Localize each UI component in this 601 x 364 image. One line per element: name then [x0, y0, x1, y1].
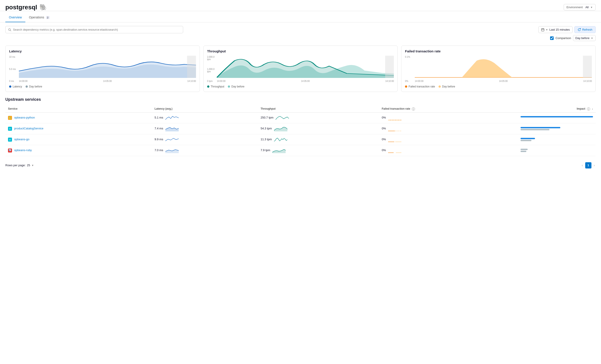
- legend-dot-day-before: [26, 86, 28, 88]
- refresh-button[interactable]: Refresh: [574, 26, 596, 33]
- comparison-bar: Comparison Day before ▼: [0, 35, 601, 44]
- latency-chart-card: Latency 10 ms 5.0 ms 0 ms: [5, 46, 200, 92]
- failed-rate-svg: [415, 56, 592, 78]
- impact-cell-go: [518, 134, 596, 145]
- tabs-bar: Overview Operations β: [0, 13, 601, 22]
- impact-primary-catalog: [521, 127, 561, 128]
- failed-rate-minichart-python: [388, 115, 401, 121]
- comparison-checkbox[interactable]: [550, 36, 554, 40]
- throughput-minichart-go: [274, 137, 287, 142]
- page-header: postgresql 🐘 Environment All ▼: [0, 0, 601, 11]
- latency-minichart-go: [165, 137, 179, 142]
- search-input[interactable]: [13, 28, 180, 31]
- table-header-row: Service Latency (avg.) Throughput Failed…: [5, 105, 596, 112]
- throughput-value-python: 250.7 tpm: [260, 116, 273, 119]
- go-icon-catalog: ∞: [8, 127, 12, 131]
- throughput-cell-catalog: 54.3 tpm: [258, 123, 379, 134]
- throughput-cell-python: 250.7 tpm: [258, 112, 379, 123]
- prev-page-button[interactable]: ‹: [581, 163, 584, 167]
- svg-line-1: [10, 30, 11, 31]
- latency-chart-area: 10 ms 5.0 ms 0 ms 14:00:00 14:05:0: [9, 56, 196, 82]
- legend-day-before-latency: Day before: [26, 85, 42, 88]
- legend-dot-day-before-tput: [228, 86, 230, 88]
- failed-rate-chart-area: 0.1% 0% 14:00:00 14:05:00 14:10:00: [405, 56, 592, 82]
- service-cell-catalog: ∞ productCatalogService: [5, 123, 152, 134]
- tab-overview[interactable]: Overview: [5, 13, 25, 22]
- latency-cell-ruby: 7.0 ms: [152, 145, 258, 156]
- legend-dot-throughput: [207, 86, 209, 88]
- failed-rate-info-icon: i: [412, 107, 415, 111]
- table-row: ∞ productCatalogService 7.4 ms 54.3 tpm: [5, 123, 596, 134]
- service-link-catalog[interactable]: productCatalogService: [14, 127, 44, 130]
- impact-cell-catalog: [518, 123, 596, 134]
- calendar-icon: [541, 28, 544, 31]
- impact-info-icon: i: [587, 107, 590, 111]
- rows-per-page-selector[interactable]: Rows per page: 25 ▼: [5, 163, 34, 167]
- env-value: All: [585, 6, 589, 9]
- throughput-minichart-python: [276, 115, 289, 121]
- legend-failed-rate: Failed transaction rate: [405, 85, 435, 88]
- failed-rate-chart-card: Failed transaction rate 0.1% 0% 14:00:00…: [401, 46, 596, 92]
- service-cell-ruby: 💎 opbeans-ruby: [5, 145, 152, 156]
- throughput-chart-area: 2,000.0 tpm 1,000.0 tpm 0 tpm 14:00:00 1…: [207, 56, 394, 82]
- refresh-icon: [578, 28, 581, 31]
- impact-secondary-catalog: [521, 129, 550, 130]
- time-picker[interactable]: ▼ Last 15 minutes: [538, 26, 573, 33]
- environment-selector[interactable]: Environment All ▼: [564, 4, 596, 10]
- throughput-x-labels: 14:00:00 14:05:00 14:10:00: [217, 80, 394, 82]
- comparison-select[interactable]: Day before ▼: [573, 35, 596, 41]
- operations-badge: β: [46, 16, 50, 19]
- service-link-python[interactable]: opbeans-python: [14, 116, 35, 119]
- legend-dot-failed-rate: [405, 86, 407, 88]
- col-impact: Impact i ↓: [518, 105, 596, 112]
- page-1-button[interactable]: 1: [585, 162, 591, 168]
- impact-primary-go: [521, 138, 535, 139]
- latency-value-ruby: 7.0 ms: [154, 148, 163, 152]
- failed-rate-minichart-ruby: [388, 148, 401, 153]
- service-link-go[interactable]: opbeans-go: [14, 138, 30, 141]
- failed-rate-value-go: 0%: [382, 138, 386, 141]
- time-chevron-icon: ▼: [546, 29, 548, 31]
- search-icon: [8, 28, 11, 31]
- postgres-icon: 🐘: [39, 4, 47, 11]
- legend-day-before-failed: Day before: [439, 85, 455, 88]
- go-icon: ∞: [8, 138, 12, 142]
- toolbar: ▼ Last 15 minutes Refresh: [0, 22, 601, 35]
- latency-value-python: 5.1 ms: [154, 116, 163, 119]
- rows-per-page-value: 25: [27, 163, 30, 167]
- failed-rate-minichart-go: [388, 137, 401, 142]
- env-label: Environment: [567, 6, 583, 9]
- impact-cell-ruby: [518, 145, 596, 156]
- ruby-icon: 💎: [8, 148, 12, 153]
- rows-per-page-label: Rows per page:: [5, 163, 26, 167]
- impact-cell-python: [518, 112, 596, 123]
- legend-dot-day-before-failed: [439, 86, 441, 88]
- search-bar[interactable]: [5, 26, 183, 33]
- latency-cell-catalog: 7.4 ms: [152, 123, 258, 134]
- next-page-button[interactable]: ›: [593, 163, 596, 167]
- service-cell-go: ∞ opbeans-go: [5, 134, 152, 145]
- impact-bar-catalog: [521, 127, 593, 130]
- tab-operations[interactable]: Operations β: [25, 13, 53, 22]
- throughput-minichart-catalog: [274, 126, 287, 131]
- service-link-ruby[interactable]: opbeans-ruby: [14, 148, 32, 152]
- comparison-value: Day before: [575, 36, 590, 40]
- failed-rate-legend: Failed transaction rate Day before: [405, 85, 592, 88]
- upstream-services-title: Upstream services: [5, 97, 596, 102]
- table-header: Service Latency (avg.) Throughput Failed…: [5, 105, 596, 112]
- col-throughput: Throughput: [258, 105, 379, 112]
- svg-rect-9: [583, 56, 592, 78]
- failed-rate-value-ruby: 0%: [382, 148, 386, 152]
- app-title: postgresql: [5, 4, 37, 11]
- failed-rate-cell-ruby: 0%: [379, 145, 518, 156]
- impact-bar-python: [521, 116, 593, 119]
- svg-rect-7: [385, 56, 394, 78]
- upstream-services-table: Service Latency (avg.) Throughput Failed…: [5, 105, 596, 156]
- throughput-value-ruby: 7.9 tpm: [260, 148, 270, 152]
- throughput-value-catalog: 54.3 tpm: [260, 127, 272, 130]
- table-row: ∞ opbeans-go 9.9 ms 11.3 tpm 0%: [5, 134, 596, 145]
- comparison-label: Comparison: [555, 36, 571, 40]
- impact-sort-icon[interactable]: ↓: [592, 107, 593, 110]
- throughput-svg-wrap: [217, 56, 394, 78]
- failed-rate-y-labels: 0.1% 0%: [405, 56, 413, 82]
